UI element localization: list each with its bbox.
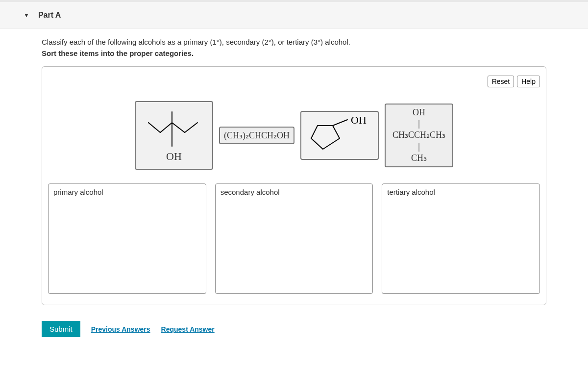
formula2-line3: CH₃CCH₂CH₃ [392, 130, 445, 141]
part-header[interactable]: ▼ Part A [0, 2, 588, 29]
svg-line-1 [160, 123, 172, 132]
svg-line-0 [148, 123, 160, 132]
controls-row: Reset Help [48, 76, 540, 87]
structure2-oh-label: OH [351, 114, 367, 126]
request-answer-link[interactable]: Request Answer [161, 325, 215, 333]
caret-down-icon: ▼ [24, 12, 29, 19]
bin-tertiary-label: tertiary alcohol [387, 188, 435, 196]
bin-secondary[interactable]: secondary alcohol [215, 184, 373, 294]
submit-button[interactable]: Submit [42, 321, 80, 337]
svg-line-4 [185, 123, 197, 132]
draggable-item-structure-2[interactable]: OH [300, 111, 379, 160]
draggable-items-row: OH (CH₃)₂CHCH₂OH OH OH | C [48, 91, 540, 184]
part-title: Part A [38, 11, 61, 20]
reset-button[interactable]: Reset [488, 76, 514, 87]
previous-answers-link[interactable]: Previous Answers [91, 325, 150, 333]
bin-primary-label: primary alcohol [53, 188, 103, 196]
draggable-item-structure-1[interactable]: OH [135, 101, 213, 170]
submit-row: Submit Previous Answers Request Answer [42, 321, 546, 337]
svg-line-7 [333, 120, 347, 126]
formula2-line2: | [418, 118, 420, 130]
formula2-line5: CH₃ [411, 153, 427, 164]
bins-row: primary alcohol secondary alcohol tertia… [48, 184, 540, 294]
bin-primary[interactable]: primary alcohol [48, 184, 206, 294]
svg-line-3 [172, 123, 185, 132]
formula2-line1: OH [413, 107, 425, 118]
formula1-text: (CH₃)₂CHCH₂OH [224, 130, 290, 141]
draggable-item-formula-2[interactable]: OH | CH₃CCH₂CH₃ | CH₃ [385, 104, 453, 167]
instruction-sort: Sort these items into the proper categor… [42, 49, 546, 57]
help-button[interactable]: Help [517, 76, 540, 87]
formula2-line4: | [418, 141, 420, 153]
bin-secondary-label: secondary alcohol [220, 188, 280, 196]
content-area: Classify each of the following alcohols … [0, 38, 588, 352]
bin-tertiary[interactable]: tertiary alcohol [382, 184, 540, 294]
sorting-workspace: Reset Help OH [42, 66, 546, 305]
structure1-oh-label: OH [166, 150, 182, 163]
instruction-text: Classify each of the following alcohols … [42, 38, 546, 46]
svg-marker-6 [311, 126, 340, 149]
molecule-structure-2-icon: OH [304, 114, 375, 157]
draggable-item-formula-1[interactable]: (CH₃)₂CHCH₂OH [219, 127, 294, 144]
molecule-structure-1-icon [140, 108, 208, 152]
